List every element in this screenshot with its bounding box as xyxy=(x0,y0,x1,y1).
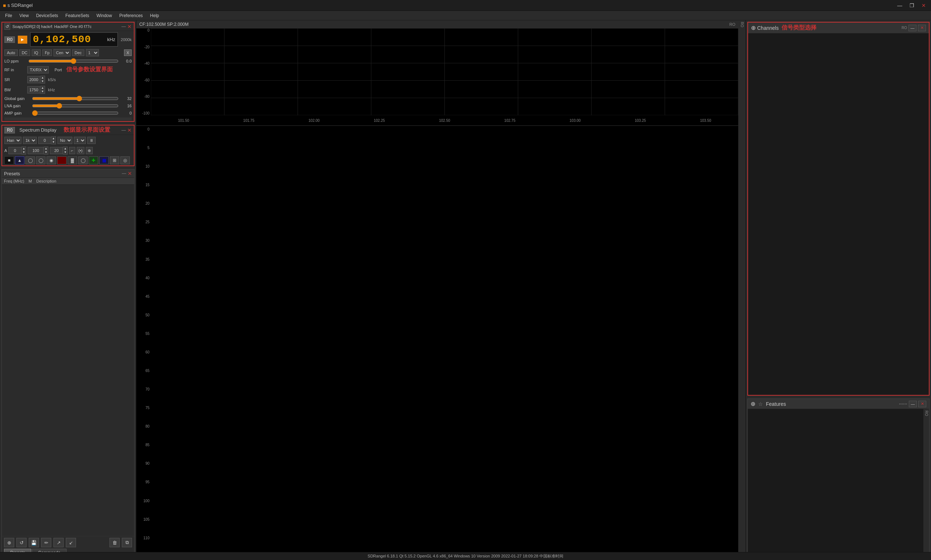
avg-val-container: ▲ ▼ xyxy=(8,146,26,155)
spectrum-target-btn[interactable]: ◎ xyxy=(120,156,130,165)
preset-edit-btn[interactable]: ✏ xyxy=(41,538,51,547)
preset-add-btn[interactable]: ⊕ xyxy=(4,538,14,547)
menu-featuresets[interactable]: FeatureSets xyxy=(62,12,93,19)
bw-input[interactable] xyxy=(27,86,40,94)
spectrum-red-btn[interactable] xyxy=(57,156,66,165)
wf-y-65: 65 xyxy=(145,369,149,373)
iq-button[interactable]: IQ xyxy=(32,49,41,56)
device-refresh-icon[interactable]: ↺ xyxy=(5,23,10,30)
features-header-controls: •••••• — ✕ xyxy=(899,401,926,407)
device-panel-buttons: — ✕ xyxy=(122,24,132,29)
preset-export-btn[interactable]: ↗ xyxy=(54,538,64,547)
cen-select[interactable]: Cen xyxy=(54,49,71,56)
ro-label-center[interactable]: RO xyxy=(740,22,744,27)
sr-input[interactable] xyxy=(27,76,40,83)
avg-val-input[interactable] xyxy=(8,147,22,154)
ref-level-input[interactable] xyxy=(28,147,44,154)
lna-gain-slider[interactable] xyxy=(32,103,118,108)
sr-down-arrow[interactable]: ▼ xyxy=(40,80,45,83)
spectrum-dot-btn[interactable]: ◉ xyxy=(46,156,56,165)
presets-minimize-btn[interactable]: — xyxy=(122,171,126,176)
tx-rx-select[interactable]: TX/RX xyxy=(27,66,49,74)
dc-button[interactable]: DC xyxy=(19,49,30,56)
sr-up-arrow[interactable]: ▲ xyxy=(40,76,45,80)
wf-y-85: 85 xyxy=(145,443,149,447)
fft-overlap-input[interactable] xyxy=(38,137,51,144)
menu-devicesets[interactable]: DeviceSets xyxy=(32,12,62,19)
range-up[interactable]: ▲ xyxy=(63,147,67,151)
features-add-button[interactable]: ⊕ xyxy=(751,400,756,407)
spectrum-plus-btn[interactable]: ✛ xyxy=(89,156,98,165)
features-collapse-btn[interactable]: — xyxy=(909,401,917,407)
avg-val-down[interactable]: ▼ xyxy=(22,151,26,154)
x-button[interactable]: X xyxy=(124,49,132,56)
spectrum-line-btn[interactable]: ▲ xyxy=(15,156,25,165)
fft-overlap-up[interactable]: ▲ xyxy=(51,137,55,140)
window-type-select[interactable]: Han xyxy=(5,137,22,144)
menu-window[interactable]: Window xyxy=(93,12,115,19)
features-ro-btn[interactable]: RO xyxy=(925,411,928,416)
minimize-button[interactable]: — xyxy=(895,3,905,8)
preset-save-btn[interactable]: 💾 xyxy=(29,538,39,547)
preset-delete-btn[interactable]: 🗑 xyxy=(109,538,120,547)
spectrum-grid-btn[interactable]: ⊞ xyxy=(110,156,119,165)
spectrum-circle2-btn[interactable]: ◯ xyxy=(36,156,45,165)
dec-select[interactable]: 1 xyxy=(86,49,99,56)
play-button[interactable]: ▶ xyxy=(18,35,27,44)
close-button[interactable]: ✕ xyxy=(919,3,928,8)
features-star-icon[interactable]: ☆ xyxy=(758,401,763,407)
channels-ro-btn[interactable]: RO xyxy=(902,26,907,30)
auto-button[interactable]: Auto xyxy=(5,49,18,56)
preset-copy-btn[interactable]: ⧉ xyxy=(122,538,132,547)
preset-refresh-btn[interactable]: ↺ xyxy=(16,538,26,547)
spectrum-circle3-btn[interactable]: ◯ xyxy=(78,156,88,165)
menu-preferences[interactable]: Preferences xyxy=(115,12,146,19)
avg-type-select[interactable]: No xyxy=(57,137,72,144)
bw-down-arrow[interactable]: ▼ xyxy=(40,90,45,94)
spectrum-circle1-btn[interactable]: ◯ xyxy=(25,156,35,165)
spectrum-display-panel: R0 Spectrum Display 数据显示界面设置 — ✕ Han 1k xyxy=(2,125,135,166)
avg-val-up[interactable]: ▲ xyxy=(22,147,26,151)
menu-view[interactable]: View xyxy=(15,12,32,19)
ref-level-down[interactable]: ▼ xyxy=(44,151,48,154)
spectrum-ctrl-row2: A ▲ ▼ ▲ ▼ xyxy=(2,146,134,155)
spectrum-black-btn[interactable]: ■ xyxy=(5,156,14,165)
spectrum-multi-btn[interactable]: ▦ xyxy=(99,156,109,165)
menu-help[interactable]: Help xyxy=(146,12,163,19)
fft-size-select[interactable]: 1k xyxy=(23,137,37,144)
waveform-btn[interactable]: (•) xyxy=(77,147,85,154)
spectrum-close-btn[interactable]: ✕ xyxy=(127,127,132,133)
device-minimize-btn[interactable]: — xyxy=(122,24,126,29)
rf-in-label: RF in xyxy=(5,68,25,72)
preset-import-btn[interactable]: ↙ xyxy=(66,538,76,547)
device-close-btn[interactable]: ✕ xyxy=(127,24,132,29)
spectrum-rotate-btn[interactable]: RO xyxy=(729,22,736,26)
bw-up-arrow[interactable]: ▲ xyxy=(40,86,45,90)
range-down[interactable]: ▼ xyxy=(63,151,67,154)
fp-button[interactable]: Fp xyxy=(42,49,52,56)
pause-button[interactable]: ⏸ xyxy=(87,137,95,144)
restore-button[interactable]: ❐ xyxy=(907,3,916,8)
crosshair-btn[interactable]: ⊕ xyxy=(86,147,93,154)
col-freq: Freq (MHz) xyxy=(2,178,26,184)
menu-file[interactable]: File xyxy=(2,12,15,19)
range-input[interactable] xyxy=(50,147,63,154)
spectrum-minimize-btn[interactable]: — xyxy=(122,128,126,133)
fft-overlap-down[interactable]: ▼ xyxy=(51,140,55,144)
channels-expand-btn[interactable]: ✕ xyxy=(918,25,926,31)
ramp-btn[interactable]: ⌐ xyxy=(69,147,75,154)
lo-ppm-slider[interactable] xyxy=(28,58,118,64)
dec-button[interactable]: Dec xyxy=(72,49,85,56)
presets-close-btn[interactable]: ✕ xyxy=(128,171,132,176)
features-expand-btn[interactable]: ✕ xyxy=(918,401,926,407)
bw-label: BW xyxy=(5,88,25,92)
channels-add-button[interactable]: ⊕ Channels xyxy=(751,25,779,31)
wf-y-55: 55 xyxy=(145,332,149,335)
x-label-8: 103.50 xyxy=(700,118,711,123)
channels-collapse-btn[interactable]: — xyxy=(908,25,916,31)
avg-count-select[interactable]: 1 xyxy=(74,137,86,144)
spectrum-bar-btn[interactable]: ▓ xyxy=(68,156,77,165)
ref-level-up[interactable]: ▲ xyxy=(44,147,48,151)
amp-gain-slider[interactable] xyxy=(32,111,118,115)
global-gain-slider[interactable] xyxy=(32,96,118,101)
